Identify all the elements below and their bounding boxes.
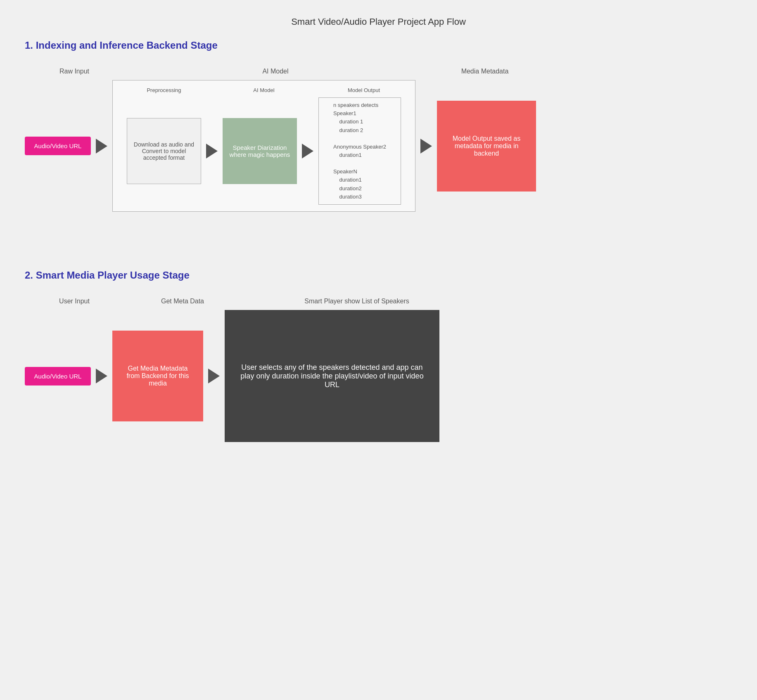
smart-player-text: User selects any of the speakers detecte…: [235, 363, 430, 389]
stage1-title: 1. Indexing and Inference Backend Stage: [25, 40, 732, 51]
stage2-url-btn[interactable]: Audio/Video URL: [25, 367, 91, 385]
stage1-flow: Audio/Video URL Preprocessing AI Model M…: [25, 80, 732, 212]
ai-model-outer-box: Preprocessing AI Model Model Output Down…: [112, 80, 415, 212]
stage2-section: 2. Smart Media Player Usage Stage User I…: [0, 270, 757, 467]
model-output-box: n speakers detects Speaker1 duration 1 d…: [318, 97, 401, 205]
inner-col-preprocessing-label: Preprocessing: [123, 87, 205, 93]
ai-model-text: Speaker Diarization where magic happens: [230, 144, 290, 158]
arrow-3: [302, 144, 313, 158]
inner-col-aimodel-label: AI Model: [227, 87, 301, 93]
col-label-raw-input: Raw Input: [33, 68, 116, 75]
ai-model-box: Speaker Diarization where magic happens: [223, 118, 297, 184]
stage1-section: 1. Indexing and Inference Backend Stage …: [0, 40, 757, 236]
preprocessing-text: Download as audio and Convert to model a…: [131, 141, 197, 161]
col-label-ai-model: AI Model: [137, 68, 414, 75]
col-label-get-meta-data: Get Meta Data: [137, 298, 228, 305]
page-title: Smart Video/Audio Player Project App Flo…: [0, 0, 757, 40]
col-label-smart-player: Smart Player show List of Speakers: [249, 298, 464, 305]
preprocessing-box: Download as audio and Convert to model a…: [127, 118, 201, 184]
smart-player-box: User selects any of the speakers detecte…: [225, 310, 439, 442]
inner-flow: Download as audio and Convert to model a…: [127, 97, 401, 205]
get-metadata-box: Get Media Metadata from Backend for this…: [112, 331, 203, 421]
stage2-title: 2. Smart Media Player Usage Stage: [25, 270, 732, 281]
stage2-col-labels: User Input Get Meta Data Smart Player sh…: [25, 298, 732, 305]
col-label-media-metadata: Media Metadata: [435, 68, 534, 75]
arrow-4: [420, 139, 432, 154]
arrow-2: [206, 144, 218, 158]
stage-spacer: [0, 236, 757, 270]
arrow-5: [96, 369, 107, 383]
metadata-text: Model Output saved as metadata for media…: [444, 135, 529, 157]
inner-col-modeloutput-label: Model Output: [323, 87, 405, 93]
stage1-url-btn[interactable]: Audio/Video URL: [25, 137, 91, 155]
metadata-box: Model Output saved as metadata for media…: [437, 101, 536, 192]
arrow-1: [96, 139, 107, 154]
inner-col-labels: Preprocessing AI Model Model Output: [123, 87, 405, 93]
col-label-user-input: User Input: [33, 298, 116, 305]
stage1-col-labels: Raw Input AI Model Media Metadata: [25, 68, 732, 75]
model-output-lines: n speakers detects Speaker1 duration 1 d…: [333, 101, 386, 201]
get-metadata-text: Get Media Metadata from Backend for this…: [119, 365, 197, 387]
arrow-6: [208, 369, 220, 383]
stage2-flow: Audio/Video URL Get Media Metadata from …: [25, 310, 732, 442]
